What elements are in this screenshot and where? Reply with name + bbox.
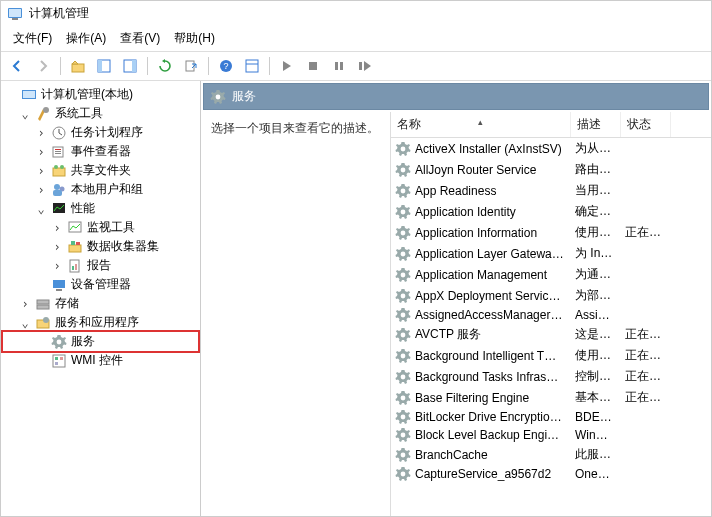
service-gear-icon: [395, 183, 411, 199]
service-status: [625, 169, 675, 171]
svg-rect-2: [12, 18, 18, 20]
column-status[interactable]: 状态: [621, 112, 671, 137]
service-row[interactable]: Background Tasks Infras…控制…正在…: [391, 366, 711, 387]
title-bar: 计算机管理: [1, 1, 711, 26]
up-button[interactable]: [66, 55, 90, 77]
svg-rect-38: [75, 264, 77, 270]
service-desc: 这是…: [575, 325, 625, 344]
service-row[interactable]: Application Identity确定…: [391, 201, 711, 222]
svg-rect-49: [55, 362, 58, 365]
service-name: AVCTP 服务: [415, 325, 575, 344]
service-desc: One…: [575, 466, 625, 482]
tree-storage[interactable]: ›存储: [3, 294, 198, 313]
tree-shared-folders[interactable]: ›共享文件夹: [3, 161, 198, 180]
service-gear-icon: [395, 307, 411, 323]
service-row[interactable]: CaptureService_a9567d2One…: [391, 465, 711, 483]
show-hide-tree-button[interactable]: [92, 55, 116, 77]
show-hide-action-button[interactable]: [118, 55, 142, 77]
service-status: 正在…: [625, 325, 675, 344]
service-desc: 路由…: [575, 160, 625, 179]
list-header: 名称▴ 描述 状态: [391, 112, 711, 138]
service-gear-icon: [395, 427, 411, 443]
svg-point-51: [401, 146, 406, 151]
svg-rect-5: [98, 60, 102, 72]
service-row[interactable]: AppX Deployment Servic…为部…: [391, 285, 711, 306]
service-row[interactable]: App Readiness当用…: [391, 180, 711, 201]
service-row[interactable]: Block Level Backup Engi…Win…: [391, 426, 711, 444]
tree-performance[interactable]: ⌄性能: [3, 199, 198, 218]
tree-services[interactable]: 服务: [3, 332, 198, 351]
menu-file[interactable]: 文件(F): [7, 28, 58, 49]
tree-root[interactable]: 计算机管理(本地): [3, 85, 198, 104]
service-row[interactable]: Background Intelligent T…使用…正在…: [391, 345, 711, 366]
service-status: [625, 295, 675, 297]
export-button[interactable]: [179, 55, 203, 77]
service-list[interactable]: ActiveX Installer (AxInstSV)为从…AllJoyn R…: [391, 138, 711, 516]
menu-bar: 文件(F) 操作(A) 查看(V) 帮助(H): [1, 26, 711, 52]
back-button[interactable]: [5, 55, 29, 77]
tree-reports[interactable]: ›报告: [3, 256, 198, 275]
service-gear-icon: [395, 327, 411, 343]
menu-action[interactable]: 操作(A): [60, 28, 112, 49]
service-row[interactable]: Base Filtering Engine基本…正在…: [391, 387, 711, 408]
svg-rect-37: [72, 266, 74, 270]
svg-point-60: [401, 332, 406, 337]
properties-button[interactable]: [240, 55, 264, 77]
tree-device-manager[interactable]: 设备管理器: [3, 275, 198, 294]
panel-header: 服务: [203, 83, 709, 110]
service-desc: BDE…: [575, 409, 625, 425]
menu-help[interactable]: 帮助(H): [168, 28, 221, 49]
svg-point-56: [401, 251, 406, 256]
help-button[interactable]: ?: [214, 55, 238, 77]
menu-view[interactable]: 查看(V): [114, 28, 166, 49]
tree-task-scheduler[interactable]: ›任务计划程序: [3, 123, 198, 142]
service-status: 正在…: [625, 223, 675, 242]
service-row[interactable]: AllJoyn Router Service路由…: [391, 159, 711, 180]
tree-data-collector[interactable]: ›数据收集器集: [3, 237, 198, 256]
svg-point-19: [43, 107, 49, 113]
tree-wmi[interactable]: WMI 控件: [3, 351, 198, 370]
tree-event-viewer[interactable]: ›事件查看器: [3, 142, 198, 161]
forward-button[interactable]: [31, 55, 55, 77]
service-gear-icon: [395, 162, 411, 178]
service-row[interactable]: Application Information使用…正在…: [391, 222, 711, 243]
tree-system-tools[interactable]: ⌄系统工具: [3, 104, 198, 123]
service-status: [625, 148, 675, 150]
tree-services-apps[interactable]: ⌄服务和应用程序: [3, 313, 198, 332]
service-row[interactable]: BranchCache此服…: [391, 444, 711, 465]
column-desc[interactable]: 描述: [571, 112, 621, 137]
service-name: AssignedAccessManager…: [415, 307, 575, 323]
service-name: Application Layer Gatewa…: [415, 246, 575, 262]
navigation-tree[interactable]: 计算机管理(本地) ⌄系统工具 ›任务计划程序 ›事件查看器 ›共享文件夹 ›本…: [1, 81, 201, 516]
service-row[interactable]: BitLocker Drive Encryptio…BDE…: [391, 408, 711, 426]
column-name[interactable]: 名称▴: [391, 112, 571, 137]
svg-point-27: [60, 165, 64, 169]
start-button[interactable]: [275, 55, 299, 77]
service-name: ActiveX Installer (AxInstSV): [415, 141, 575, 157]
service-row[interactable]: ActiveX Installer (AxInstSV)为从…: [391, 138, 711, 159]
service-row[interactable]: Application Layer Gatewa…为 In…: [391, 243, 711, 264]
service-name: Background Intelligent T…: [415, 348, 575, 364]
service-row[interactable]: AVCTP 服务这是…正在…: [391, 324, 711, 345]
svg-point-58: [401, 293, 406, 298]
service-status: [625, 253, 675, 255]
restart-button[interactable]: [353, 55, 377, 77]
description-hint: 选择一个项目来查看它的描述。: [211, 121, 379, 135]
service-row[interactable]: Application Management为通…: [391, 264, 711, 285]
svg-point-50: [216, 94, 221, 99]
tree-local-users[interactable]: ›本地用户和组: [3, 180, 198, 199]
pause-button[interactable]: [327, 55, 351, 77]
svg-rect-24: [55, 153, 61, 154]
service-row[interactable]: AssignedAccessManager…Assi…: [391, 306, 711, 324]
tree-monitor-tools[interactable]: ›监视工具: [3, 218, 198, 237]
service-desc: Win…: [575, 427, 625, 443]
svg-point-26: [54, 165, 58, 169]
service-desc: 为通…: [575, 265, 625, 284]
description-pane: 选择一个项目来查看它的描述。: [201, 112, 391, 516]
detail-panel: 服务 选择一个项目来查看它的描述。 名称▴ 描述 状态 ActiveX Inst…: [201, 81, 711, 516]
stop-button[interactable]: [301, 55, 325, 77]
svg-point-52: [401, 167, 406, 172]
svg-rect-13: [309, 62, 317, 70]
svg-rect-23: [55, 151, 61, 152]
refresh-button[interactable]: [153, 55, 177, 77]
